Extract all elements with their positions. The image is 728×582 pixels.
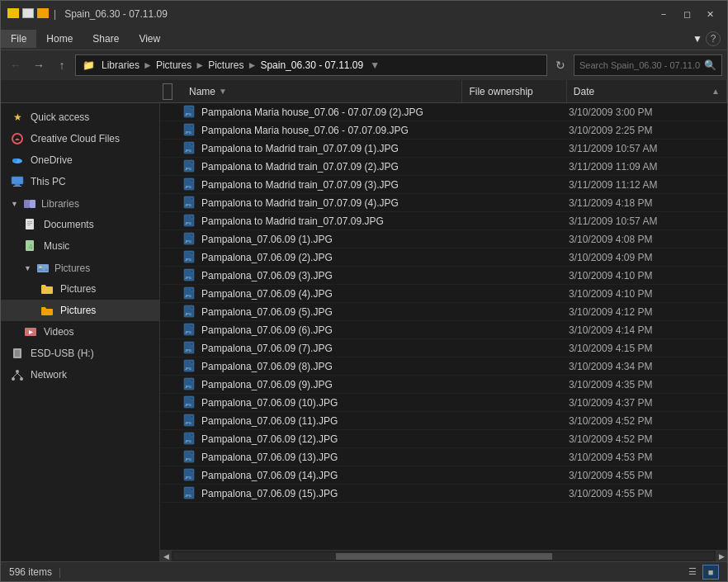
file-name: Pampalona_07.06.09 (9).JPG — [201, 379, 461, 390]
file-date: 3/10/2009 4:34 PM — [569, 361, 721, 372]
file-icon: JPG — [183, 123, 198, 138]
scroll-left-button[interactable]: ◀ — [160, 551, 172, 562]
path-current[interactable]: Spain_06.30 - 07.11.09 — [260, 59, 363, 71]
svg-rect-19 — [15, 350, 20, 357]
horizontal-scrollbar[interactable]: ◀ ▶ — [160, 550, 727, 561]
table-row[interactable]: JPG Pampalona_07.06.09 (5).JPG 3/10/2009… — [160, 303, 727, 321]
svg-text:JPG: JPG — [185, 185, 191, 189]
sidebar-item-creative-cloud[interactable]: Creative Cloud Files — [1, 128, 159, 149]
scroll-thumb[interactable] — [336, 553, 552, 560]
file-icon: JPG — [183, 232, 198, 247]
file-date: 3/10/2009 4:09 PM — [569, 252, 721, 263]
sidebar-item-videos[interactable]: Videos — [1, 321, 159, 343]
table-row[interactable]: JPG Pampalona_07.06.09 (8).JPG 3/10/2009… — [160, 357, 727, 376]
table-row[interactable]: JPG Pampalona_07.06.09 (7).JPG 3/10/2009… — [160, 339, 727, 357]
table-row[interactable]: JPG Pampalona_07.06.09 (1).JPG 3/10/2009… — [160, 230, 727, 248]
menu-view[interactable]: View — [129, 30, 170, 48]
col-header-date[interactable]: Date ▲ — [567, 80, 727, 102]
table-row[interactable]: JPG Pampalona_07.06.09 (2).JPG 3/10/2009… — [160, 248, 727, 267]
sidebar-item-pictures-sub1[interactable]: Pictures — [1, 278, 159, 300]
search-input[interactable] — [579, 60, 701, 70]
sidebar-item-quick-access[interactable]: ★ Quick access — [1, 106, 159, 128]
sidebar-item-this-pc[interactable]: This PC — [1, 171, 159, 192]
table-row[interactable]: JPG Pampalona_07.06.09 (6).JPG 3/10/2009… — [160, 321, 727, 339]
sidebar-item-libraries[interactable]: ▼ Libraries — [1, 192, 159, 214]
address-bar: ← → ↑ 📁 Libraries ► Pictures ► Pictures … — [1, 50, 727, 80]
sidebar-item-onedrive[interactable]: OneDrive — [1, 149, 159, 171]
address-path[interactable]: 📁 Libraries ► Pictures ► Pictures ► Spai… — [75, 54, 547, 76]
table-row[interactable]: JPG Pampalona Maria house_07.06 - 07.07.… — [160, 121, 727, 140]
refresh-button[interactable]: ↻ — [551, 55, 570, 75]
file-date: 3/11/2009 11:12 AM — [569, 179, 721, 191]
path-pictures1[interactable]: Pictures — [156, 59, 191, 71]
svg-rect-11 — [27, 225, 31, 225]
search-icon: 🔍 — [704, 59, 716, 71]
forward-button[interactable]: → — [29, 55, 49, 75]
sidebar-item-music[interactable]: ♫ Music — [1, 235, 159, 257]
sidebar: ★ Quick access Creative Cloud Files OneD… — [1, 103, 160, 561]
library-icon — [23, 197, 36, 211]
table-row[interactable]: JPG Pampalona to Madrid train_07.07.09 (… — [160, 176, 727, 194]
sidebar-item-network[interactable]: Network — [1, 364, 159, 386]
menu-file[interactable]: File — [1, 30, 36, 48]
file-name: Pampalona_07.06.09 (11).JPG — [201, 415, 461, 427]
table-row[interactable]: JPG Pampalona to Madrid train_07.07.09 (… — [160, 194, 727, 212]
large-icon-view-button[interactable]: ■ — [702, 565, 719, 580]
back-button[interactable]: ← — [6, 55, 26, 75]
table-row[interactable]: JPG Pampalona_07.06.09 (9).JPG 3/10/2009… — [160, 376, 727, 394]
menu-expand[interactable]: ▼ ? — [686, 28, 727, 50]
svg-rect-7 — [30, 200, 35, 208]
sidebar-item-pictures-group[interactable]: ▼ Pictures — [1, 257, 159, 278]
table-row[interactable]: JPG Pampalona to Madrid train_07.07.09 (… — [160, 158, 727, 176]
file-name: Pampalona_07.06.09 (15).JPG — [201, 488, 461, 499]
menu-home[interactable]: Home — [36, 30, 83, 48]
col-header-name[interactable]: Name ▼ — [182, 80, 462, 102]
table-row[interactable]: JPG Pampalona_07.06.09 (12).JPG 3/10/200… — [160, 430, 727, 448]
path-pictures2[interactable]: Pictures — [208, 59, 243, 71]
status-divider: | — [59, 566, 61, 578]
table-row[interactable]: JPG Pampalona_07.06.09 (14).JPG 3/10/200… — [160, 466, 727, 485]
chevron-right-icon: ▼ — [11, 200, 18, 208]
table-row[interactable]: JPG Pampalona_07.06.09 (4).JPG 3/10/2009… — [160, 285, 727, 303]
minimize-button[interactable]: − — [653, 6, 674, 22]
file-name: Pampalona_07.06.09 (3).JPG — [201, 270, 461, 282]
table-row[interactable]: JPG Pampalona_07.06.09 (13).JPG 3/10/200… — [160, 448, 727, 466]
table-row[interactable]: JPG Pampalona_07.06.09 (15).JPG 3/10/200… — [160, 485, 727, 503]
select-all-checkbox[interactable] — [163, 83, 173, 100]
scroll-track[interactable] — [173, 553, 714, 560]
table-row[interactable]: JPG Pampalona Maria house_07.06 - 07.07.… — [160, 103, 727, 121]
sidebar-item-pictures-active[interactable]: Pictures — [1, 300, 159, 321]
close-button[interactable]: ✕ — [699, 6, 721, 22]
svg-text:JPG: JPG — [185, 348, 191, 353]
menu-share[interactable]: Share — [83, 30, 129, 48]
title-bar: | Spain_06.30 - 07.11.09 − ◻ ✕ — [1, 1, 727, 27]
file-date: 3/10/2009 4:14 PM — [569, 324, 721, 336]
table-row[interactable]: JPG Pampalona to Madrid train_07.07.09.J… — [160, 212, 727, 230]
maximize-button[interactable]: ◻ — [676, 6, 697, 22]
music-icon: ♫ — [24, 239, 37, 253]
table-row[interactable]: JPG Pampalona to Madrid train_07.07.09 (… — [160, 140, 727, 158]
table-row[interactable]: JPG Pampalona_07.06.09 (11).JPG 3/10/200… — [160, 412, 727, 430]
file-list[interactable]: JPG Pampalona Maria house_07.06 - 07.07.… — [160, 103, 727, 550]
star-icon: ★ — [11, 111, 24, 124]
sidebar-item-documents[interactable]: Documents — [1, 214, 159, 235]
file-name: Pampalona_07.06.09 (8).JPG — [201, 361, 461, 372]
file-icon: JPG — [183, 341, 198, 356]
file-icon: JPG — [183, 359, 198, 374]
details-view-button[interactable]: ☰ — [684, 565, 701, 580]
sidebar-item-esd-usb[interactable]: ESD-USB (H:) — [1, 343, 159, 364]
file-name: Pampalona Maria house_07.06 - 07.07.09 (… — [201, 106, 461, 118]
col-header-ownership[interactable]: File ownership — [462, 80, 566, 102]
svg-text:JPG: JPG — [185, 494, 191, 498]
svg-text:JPG: JPG — [185, 203, 191, 207]
svg-rect-5 — [13, 186, 21, 187]
table-row[interactable]: JPG Pampalona_07.06.09 (10).JPG 3/10/200… — [160, 394, 727, 412]
file-date: 3/10/2009 4:12 PM — [569, 306, 721, 318]
svg-text:JPG: JPG — [185, 112, 191, 116]
scroll-right-button[interactable]: ▶ — [716, 551, 727, 562]
table-row[interactable]: JPG Pampalona_07.06.09 (3).JPG 3/10/2009… — [160, 267, 727, 285]
path-libraries[interactable]: Libraries — [102, 59, 139, 71]
svg-text:JPG: JPG — [185, 221, 191, 225]
file-date: 3/10/2009 4:15 PM — [569, 343, 721, 354]
up-button[interactable]: ↑ — [52, 55, 72, 75]
